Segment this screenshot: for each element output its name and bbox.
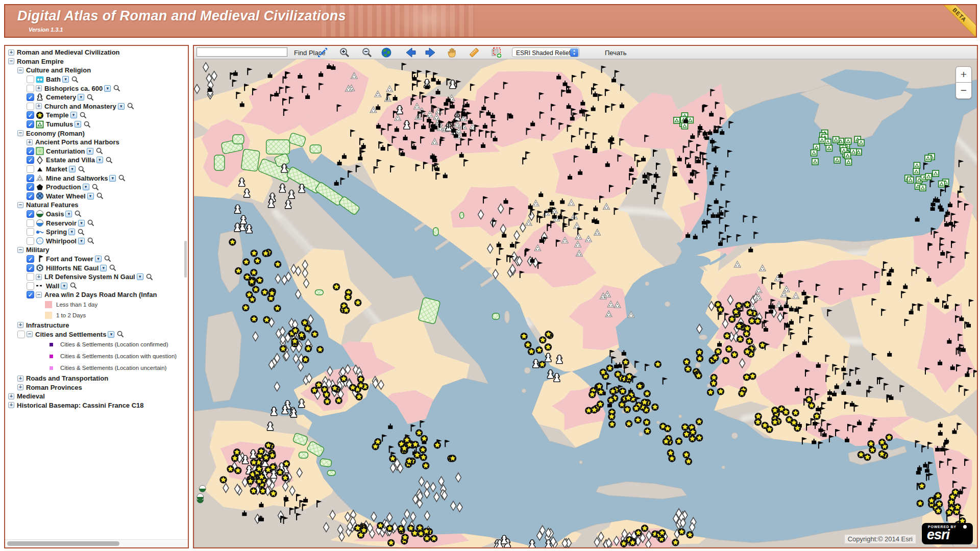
ruler-button[interactable] — [467, 46, 481, 59]
zoom-to-layer-icon[interactable] — [92, 184, 99, 191]
layer-checkbox[interactable] — [27, 273, 34, 281]
zoom-to-layer-icon[interactable] — [113, 85, 120, 92]
layer-checkbox[interactable]: ✓ — [27, 255, 34, 263]
sidebar-horizontal-scrollbar[interactable] — [5, 539, 188, 547]
expander-icon[interactable]: + — [36, 103, 42, 109]
layer-options-dropdown[interactable]: ▾ — [95, 256, 102, 262]
pan-hand-button[interactable] — [445, 46, 459, 59]
zoom-in-button[interactable]: + — [955, 66, 972, 83]
zoom-to-layer-icon[interactable] — [96, 192, 104, 199]
layer-options-dropdown[interactable]: ▾ — [109, 175, 116, 182]
layer-checkbox[interactable]: ✓ — [27, 183, 34, 191]
layer-options-dropdown[interactable]: ▾ — [65, 211, 72, 217]
forward-arrow-button[interactable] — [423, 46, 437, 59]
expander-icon[interactable]: + — [8, 393, 14, 399]
layer-options-dropdown[interactable]: ▾ — [62, 76, 69, 83]
zoom-to-layer-icon[interactable] — [78, 166, 85, 173]
expander-icon[interactable]: + — [8, 402, 14, 408]
zoom-to-layer-icon[interactable] — [87, 237, 94, 244]
expander-icon[interactable]: + — [17, 375, 23, 382]
zoom-to-layer-icon[interactable] — [146, 273, 153, 281]
zoom-out-button[interactable]: − — [955, 83, 972, 99]
scrollbar-thumb[interactable] — [7, 541, 119, 546]
layer-options-dropdown[interactable]: ▾ — [69, 166, 76, 172]
zoom-to-layer-icon[interactable] — [87, 94, 94, 101]
layer-checkbox[interactable]: ✓ — [27, 174, 34, 182]
layer-options-dropdown[interactable]: ▾ — [61, 283, 67, 289]
expander-icon[interactable]: + — [17, 322, 23, 328]
layer-checkbox[interactable]: ✓ — [27, 93, 34, 101]
expander-icon[interactable]: − — [27, 331, 33, 337]
layer-checkbox[interactable]: ✓ — [27, 147, 34, 155]
layer-options-dropdown[interactable]: ▾ — [78, 94, 84, 101]
expander-icon[interactable]: + — [36, 85, 42, 91]
zoom-to-layer-icon[interactable] — [96, 147, 103, 155]
layer-checkbox[interactable] — [17, 331, 25, 338]
expander-icon[interactable]: + — [27, 139, 33, 145]
layer-checkbox[interactable] — [27, 76, 34, 83]
layer-checkbox[interactable] — [27, 237, 34, 245]
expander-icon[interactable]: − — [8, 58, 14, 64]
layer-checkbox[interactable] — [27, 282, 34, 290]
layer-checkbox[interactable]: ✓ — [27, 291, 34, 298]
layer-options-dropdown[interactable]: ▾ — [70, 112, 77, 118]
layer-checkbox[interactable] — [27, 228, 34, 236]
layer-options-dropdown[interactable]: ▾ — [100, 265, 107, 271]
sidebar-vertical-scrollbar[interactable] — [184, 241, 187, 278]
zoom-to-layer-icon[interactable] — [109, 264, 116, 271]
layer-options-dropdown[interactable]: ▾ — [118, 103, 125, 110]
find-place-input[interactable] — [197, 47, 287, 57]
layer-options-dropdown[interactable]: ▾ — [68, 229, 75, 235]
layer-checkbox[interactable]: ✓ — [27, 111, 34, 119]
zoom-to-layer-icon[interactable] — [104, 255, 111, 262]
layer-options-dropdown[interactable]: ▾ — [78, 238, 85, 244]
layer-options-dropdown[interactable]: ▾ — [104, 85, 111, 92]
layer-checkbox[interactable]: ✓ — [27, 120, 34, 128]
layer-checkbox[interactable] — [27, 219, 34, 227]
zoom-to-layer-icon[interactable] — [70, 282, 77, 289]
zoom-to-layer-icon[interactable] — [78, 229, 85, 236]
layer-options-dropdown[interactable]: ▾ — [78, 220, 85, 227]
map-canvas[interactable] — [194, 59, 977, 547]
globe-button[interactable] — [379, 46, 394, 59]
zoom-to-layer-icon[interactable] — [71, 76, 79, 83]
basemap-select[interactable]: ESRI Shaded Relief ▲▼ — [512, 47, 579, 57]
layer-checkbox[interactable]: ✓ — [27, 264, 34, 272]
layer-checkbox[interactable] — [27, 85, 34, 92]
layer-options-dropdown[interactable]: ▾ — [75, 121, 81, 128]
zoom-to-layer-icon[interactable] — [75, 210, 82, 217]
zoom-to-layer-icon[interactable] — [84, 121, 91, 128]
expander-icon[interactable]: − — [17, 247, 23, 253]
zoom-to-layer-icon[interactable] — [117, 331, 124, 338]
expander-icon[interactable]: − — [36, 292, 42, 298]
layer-checkbox[interactable] — [27, 103, 34, 110]
layer-options-dropdown[interactable]: ▾ — [87, 148, 93, 155]
back-arrow-button[interactable] — [404, 46, 418, 59]
layer-options-dropdown[interactable]: ▾ — [108, 331, 114, 338]
globe-icon — [380, 46, 393, 59]
export-map-button[interactable] — [489, 46, 503, 59]
zoom-out-button[interactable] — [360, 46, 374, 59]
layer-checkbox[interactable]: ✓ — [27, 192, 34, 200]
layer-options-dropdown[interactable]: ▾ — [83, 184, 89, 190]
layer-checkbox[interactable]: ✓ — [27, 210, 34, 218]
zoom-to-layer-icon[interactable] — [118, 174, 126, 182]
expander-icon[interactable]: + — [36, 274, 42, 280]
zoom-in-button[interactable] — [337, 46, 352, 59]
expander-icon[interactable]: − — [17, 67, 23, 73]
zoom-to-layer-icon[interactable] — [127, 103, 134, 110]
expander-icon[interactable]: + — [17, 384, 23, 390]
measure-button[interactable] — [315, 46, 330, 59]
layer-checkbox[interactable]: ✓ — [27, 156, 34, 164]
zoom-to-layer-icon[interactable] — [80, 112, 87, 119]
expander-icon[interactable]: − — [17, 202, 23, 208]
layer-options-dropdown[interactable]: ▾ — [87, 193, 94, 199]
layer-checkbox[interactable] — [27, 165, 34, 173]
zoom-to-layer-icon[interactable] — [87, 219, 94, 227]
layer-options-dropdown[interactable]: ▾ — [96, 157, 103, 163]
print-button[interactable]: Печать — [605, 49, 627, 57]
expander-icon[interactable]: + — [8, 49, 14, 56]
expander-icon[interactable]: − — [17, 130, 23, 136]
layer-options-dropdown[interactable]: ▾ — [137, 273, 143, 280]
zoom-to-layer-icon[interactable] — [106, 157, 113, 164]
